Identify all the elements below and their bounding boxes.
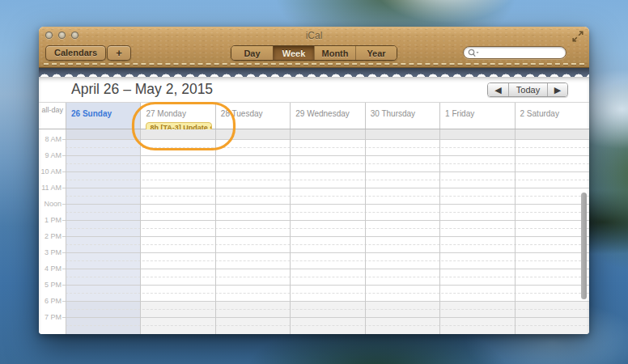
allday-label: all-day — [41, 106, 63, 114]
time-label: 3 PM — [39, 248, 62, 256]
time-label: 11 AM — [39, 184, 62, 192]
time-label: 10 AM — [39, 167, 62, 176]
allday-gutter: all-day — [39, 103, 66, 129]
search-input[interactable] — [482, 48, 561, 57]
tab-year[interactable]: Year — [355, 46, 397, 60]
time-label: 4 PM — [39, 265, 62, 273]
time-label: 9 AM — [39, 151, 62, 159]
previous-week-button[interactable]: ◀ — [488, 83, 508, 96]
day-header-wednesday[interactable]: 29 Wednesday — [290, 103, 364, 129]
time-label: 6 PM — [39, 297, 62, 305]
add-calendar-button[interactable]: + — [107, 45, 131, 61]
search-icon — [468, 49, 480, 58]
fullscreen-icon[interactable] — [572, 31, 583, 42]
app-window: iCal Calendars + Day Week Month Year Apr… — [39, 27, 589, 334]
tab-day[interactable]: Day — [231, 46, 273, 60]
day-header-monday[interactable]: 27 Monday 8h [TA-3] Update s… — [140, 103, 214, 129]
titlebar: iCal Calendars + Day Week Month Year — [39, 27, 589, 68]
week-title: April 26 – May 2, 2015 — [71, 81, 213, 98]
hour-lines — [62, 139, 589, 333]
view-switcher: Day Week Month Year — [231, 45, 397, 61]
next-week-button[interactable]: ▶ — [547, 83, 567, 96]
day-header-sunday[interactable]: 26 Sunday — [66, 103, 140, 129]
time-label: 1 PM — [39, 216, 62, 224]
day-header-saturday[interactable]: 2 Saturday — [515, 103, 589, 129]
scrollbar-thumb[interactable] — [581, 193, 587, 299]
week-navigation: ◀ Today ▶ — [487, 83, 568, 97]
pre-morning-band — [66, 129, 589, 139]
today-button[interactable]: Today — [508, 83, 547, 96]
calendar-header: April 26 – May 2, 2015 ◀ Today ▶ — [39, 77, 589, 102]
time-label: 7 PM — [39, 313, 62, 321]
day-header-friday[interactable]: 1 Friday — [439, 103, 514, 129]
calendars-button[interactable]: Calendars — [45, 45, 106, 61]
day-header-row: all-day 26 Sunday 27 Monday 8h [TA-3] Up… — [39, 102, 589, 129]
time-label: 8 AM — [39, 135, 62, 143]
search-field[interactable] — [463, 46, 566, 59]
week-grid[interactable]: 8 AM 9 AM 10 AM 11 AM Noon 1 PM 2 PM 3 P… — [39, 129, 589, 334]
day-header-tuesday[interactable]: 28 Tuesday — [215, 103, 290, 129]
time-label: Noon — [39, 200, 62, 208]
time-label: 5 PM — [39, 281, 62, 289]
time-label: 2 PM — [39, 232, 62, 240]
calendar-content: April 26 – May 2, 2015 ◀ Today ▶ all-day… — [39, 77, 589, 334]
window-title: iCal — [39, 30, 589, 41]
day-header-thursday[interactable]: 30 Thursday — [365, 103, 439, 129]
tab-month[interactable]: Month — [314, 46, 355, 60]
desktop-wallpaper: { "window": { "title": "iCal" }, "toolba… — [0, 0, 628, 364]
tab-week[interactable]: Week — [273, 46, 314, 60]
